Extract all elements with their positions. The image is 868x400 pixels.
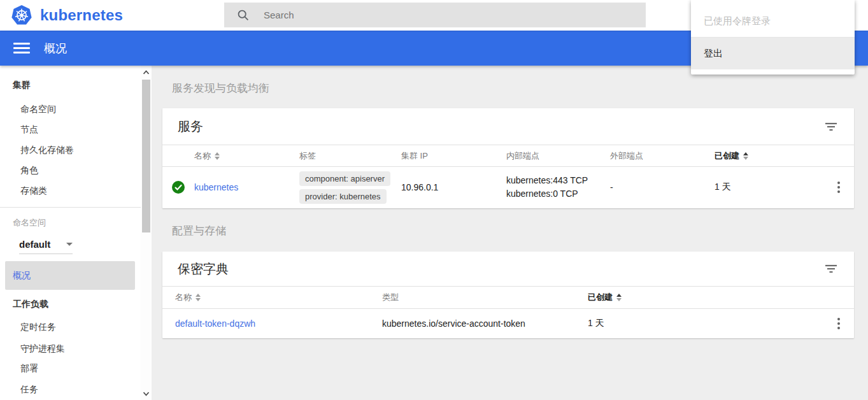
sidebar-item-storage-classes[interactable]: 存储类 xyxy=(20,183,47,198)
sidebar-item-namespaces[interactable]: 命名空间 xyxy=(20,101,56,117)
sidebar-header-cluster[interactable]: 集群 xyxy=(13,77,31,92)
sidebar-item-overview[interactable]: 概况 xyxy=(5,261,135,290)
sidebar: 集群 命名空间 节点 持久化存储卷 角色 存储类 命名空间 default 概况… xyxy=(0,66,152,400)
service-link[interactable]: kubernetes xyxy=(194,182,299,192)
filter-icon[interactable] xyxy=(823,261,839,276)
search-input[interactable] xyxy=(264,10,620,20)
services-table-header: 名称 标签 集群 IP 内部端点 外部端点 已创建 xyxy=(162,145,854,167)
search-bar[interactable] xyxy=(224,3,646,27)
menu-item-logout[interactable]: 登出 xyxy=(691,38,855,69)
labels-cell: component: apiserver provider: kubernete… xyxy=(299,171,401,204)
secret-link[interactable]: default-token-dqzwh xyxy=(162,318,382,329)
column-header-cluster-ip: 集群 IP xyxy=(401,150,506,162)
cluster-ip-cell: 10.96.0.1 xyxy=(401,182,506,192)
scroll-up-icon[interactable] xyxy=(142,68,150,77)
secrets-table-header: 名称 类型 已创建 xyxy=(162,287,854,309)
scrollbar-thumb[interactable] xyxy=(142,80,150,232)
menu-icon[interactable] xyxy=(13,40,30,56)
column-header-name[interactable]: 名称 xyxy=(162,292,382,303)
age-cell: 1 天 xyxy=(588,318,823,329)
internal-endpoints-cell: kubernetes:443 TCP kubernetes:0 TCP xyxy=(506,174,610,201)
label-chip: component: apiserver xyxy=(299,171,390,186)
sort-active-icon xyxy=(616,294,622,301)
sort-icon xyxy=(215,152,220,160)
sidebar-item-deployments[interactable]: 部署 xyxy=(20,361,38,376)
secrets-card: 保密字典 名称 类型 已创建 default-token-dqzwh xyxy=(162,252,854,338)
section-title-discovery: 服务发现与负载均衡 xyxy=(172,81,269,96)
secrets-card-title: 保密字典 xyxy=(178,261,229,278)
column-header-created[interactable]: 已创建 xyxy=(715,150,823,162)
column-header-type: 类型 xyxy=(382,292,588,303)
row-actions-icon[interactable] xyxy=(834,178,844,197)
column-header-name[interactable]: 名称 xyxy=(194,150,299,162)
column-header-external-endpoints: 外部端点 xyxy=(610,150,715,162)
label-chip: provider: kubernetes xyxy=(299,189,387,204)
sidebar-item-daemon-sets[interactable]: 守护进程集 xyxy=(20,341,65,356)
sidebar-item-jobs[interactable]: 任务 xyxy=(20,382,38,397)
sidebar-item-nodes[interactable]: 节点 xyxy=(20,122,38,137)
sidebar-header-workloads[interactable]: 工作负载 xyxy=(13,296,48,311)
sort-icon xyxy=(196,294,201,301)
sort-active-icon xyxy=(743,152,748,160)
services-card: 服务 名称 标签 集群 IP 内部端点 外部端点 已创建 xyxy=(162,108,854,208)
sidebar-item-cron-jobs[interactable]: 定时任务 xyxy=(20,319,56,334)
namespace-label: 命名空间 xyxy=(13,215,46,231)
main-content: 服务发现与负载均衡 服务 名称 标签 集群 IP 内部端点 外部端点 xyxy=(152,66,868,400)
page-title: 概况 xyxy=(44,41,67,56)
brand-name: kubernetes xyxy=(40,6,123,24)
kubernetes-logo-icon[interactable] xyxy=(11,5,32,25)
age-cell: 1 天 xyxy=(715,182,823,193)
column-header-internal-endpoints: 内部端点 xyxy=(506,150,610,162)
row-actions-icon[interactable] xyxy=(834,314,844,333)
sidebar-scrollbar xyxy=(141,66,152,400)
sidebar-item-persistent-volumes[interactable]: 持久化存储卷 xyxy=(20,142,74,157)
column-header-labels: 标签 xyxy=(299,150,401,162)
user-menu: 已使用令牌登录 登出 xyxy=(691,0,855,75)
table-row: default-token-dqzwh kubernetes.io/servic… xyxy=(162,309,854,338)
chevron-down-icon xyxy=(66,243,73,246)
type-cell: kubernetes.io/service-account-token xyxy=(382,318,588,329)
external-endpoints-cell: - xyxy=(610,182,715,192)
column-header-created[interactable]: 已创建 xyxy=(588,292,823,303)
namespace-selector[interactable]: default xyxy=(19,235,73,254)
table-row: kubernetes component: apiserver provider… xyxy=(162,167,854,208)
search-icon xyxy=(237,9,250,22)
filter-icon[interactable] xyxy=(823,119,839,134)
sidebar-divider xyxy=(0,207,141,208)
services-card-title: 服务 xyxy=(178,118,203,135)
menu-item-login-status: 已使用令牌登录 xyxy=(691,5,855,37)
scroll-down-icon[interactable] xyxy=(142,389,150,398)
section-title-config: 配置与存储 xyxy=(172,224,226,238)
sidebar-item-roles[interactable]: 角色 xyxy=(20,162,38,178)
namespace-value: default xyxy=(19,239,50,250)
status-ok-icon xyxy=(172,181,185,194)
